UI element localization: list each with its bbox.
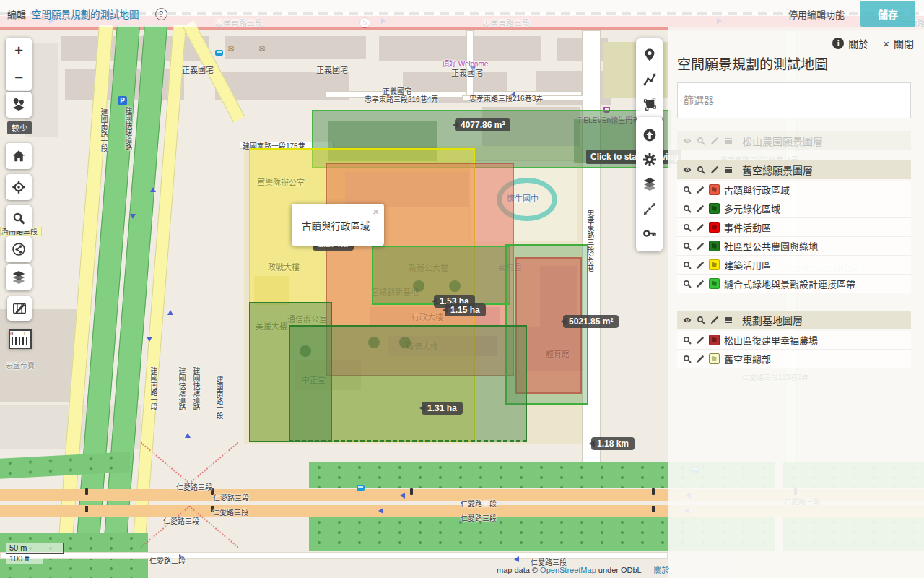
street-label: 建國快速道路 — [123, 107, 134, 150]
manage-layers-button[interactable] — [636, 172, 663, 197]
pencil-icon[interactable] — [696, 204, 705, 213]
zoom-in-button[interactable]: + — [6, 38, 32, 64]
building-label: 正義國宅 — [182, 64, 214, 75]
layer-row[interactable]: 縫合式綠地與景觀設計連接區帶 — [677, 275, 911, 293]
table-icon[interactable] — [724, 137, 733, 145]
layer-row[interactable]: 事件活動區 — [677, 218, 911, 237]
pencil-icon[interactable] — [710, 137, 719, 145]
feature-popup: 古蹟與行政區域 × — [292, 204, 384, 246]
eye-icon[interactable] — [683, 165, 692, 174]
street-label: 仁愛路三段 — [461, 512, 497, 523]
save-button[interactable]: 儲存 — [860, 1, 915, 27]
center-map-button[interactable] — [636, 197, 663, 221]
pencil-icon[interactable] — [696, 280, 705, 288]
street-label: 仁愛路三段 — [176, 481, 212, 492]
pencil-icon[interactable] — [710, 165, 719, 174]
layer-row[interactable]: 松山區復建里幸福農場 — [677, 331, 911, 350]
postbox-icon: ✉ — [228, 45, 234, 53]
map-settings-button[interactable] — [636, 147, 663, 172]
map-pencil-icon — [13, 302, 26, 315]
layer-group-songshan[interactable]: 松山農園願景圖層 — [677, 131, 911, 150]
close-link[interactable]: 關閉 — [894, 36, 914, 51]
attribution-prefix: map data © — [497, 566, 538, 574]
zoom-to-layer-icon[interactable] — [683, 280, 692, 288]
zoom-to-layer-icon[interactable] — [683, 355, 692, 363]
eye-icon[interactable] — [683, 316, 692, 324]
zoom-to-layer-icon[interactable] — [683, 223, 692, 232]
attribution-middle: under ODbL — — [598, 566, 652, 574]
draw-polyline-button[interactable] — [636, 67, 663, 92]
table-icon[interactable] — [724, 316, 733, 324]
popup-title: 古蹟與行政區域 — [302, 218, 370, 233]
layer-label: 松山區復建里幸福農場 — [724, 333, 818, 347]
table-icon[interactable] — [724, 165, 733, 174]
layers-button[interactable] — [6, 264, 32, 290]
street-label: 建國快速道路 — [191, 367, 201, 410]
layer-group-old-vision[interactable]: 舊空總願景圖層 — [677, 160, 911, 179]
building-label: 正義國宅 — [316, 64, 348, 75]
import-data-button[interactable] — [636, 123, 663, 147]
ruler-icon — [12, 337, 29, 345]
edit-osm-button[interactable] — [7, 296, 32, 321]
pencil-icon[interactable] — [710, 316, 719, 324]
layer-row[interactable]: 古蹟與行政區域 — [677, 181, 911, 199]
layer-label: 事件活動區 — [724, 220, 771, 234]
measure-button[interactable]: 0 1 — [9, 329, 32, 349]
map-title-link[interactable]: 空間願景規劃的測試地圖 — [32, 7, 139, 21]
zoom-to-layer-icon[interactable] — [683, 261, 692, 269]
osm-link[interactable]: OpenStreetMap — [540, 566, 596, 574]
zoom-to-layer-icon[interactable] — [697, 165, 705, 174]
home-button[interactable] — [6, 143, 32, 169]
layer-color-swatch — [709, 184, 720, 195]
search-button[interactable] — [6, 205, 32, 231]
search-icon — [12, 212, 25, 225]
eye-icon[interactable] — [683, 137, 692, 145]
home-icon — [12, 150, 25, 163]
popup-close-icon[interactable]: × — [372, 205, 379, 217]
layer-row[interactable]: 多元綠化區域 — [677, 199, 911, 218]
pencil-icon[interactable] — [696, 261, 705, 269]
about-link[interactable]: 關於 — [653, 566, 669, 574]
measure-badge: 1.15 ha — [445, 303, 486, 316]
help-icon[interactable]: ? — [155, 8, 167, 20]
close-icon[interactable]: × — [883, 38, 889, 50]
zoom-to-layer-icon[interactable] — [683, 204, 692, 213]
permissions-button[interactable] — [636, 221, 663, 246]
zoom-to-layer-icon[interactable] — [683, 336, 692, 345]
layer-row[interactable]: 建築活用區 — [677, 256, 911, 275]
route-arrow — [511, 556, 519, 562]
zoom-to-layer-icon[interactable] — [683, 242, 692, 251]
zoom-to-layer-icon[interactable] — [697, 316, 705, 324]
marker-icon — [643, 48, 656, 61]
street-label: 仁愛路三段 — [212, 506, 248, 517]
building-label: 宏盛帝寶 — [6, 360, 35, 371]
pencil-icon[interactable] — [696, 223, 705, 232]
layer-row[interactable]: 舊空軍總部 — [677, 350, 911, 368]
draw-polygon-button[interactable] — [636, 92, 663, 116]
pencil-icon[interactable] — [696, 186, 705, 194]
filter-input[interactable] — [677, 82, 911, 118]
map-building — [379, 36, 541, 61]
route-arrow — [147, 337, 152, 345]
zoom-to-layer-icon[interactable] — [683, 186, 692, 194]
locate-button[interactable] — [6, 174, 32, 200]
layer-row[interactable]: 社區型公共農園與綠地 — [677, 237, 911, 256]
draw-marker-button[interactable] — [636, 43, 663, 67]
measure-badge: 4077.86 m² — [455, 118, 510, 131]
layer-color-swatch — [709, 335, 720, 345]
layer-group-base[interactable]: 規劃基地圖層 — [677, 311, 911, 329]
zoom-out-button[interactable]: − — [6, 64, 32, 91]
zoom-to-layer-icon[interactable] — [697, 137, 705, 145]
datalayers-browser-button[interactable] — [6, 92, 32, 118]
disable-editing-button[interactable]: 停用編輯功能 — [788, 7, 845, 21]
pencil-icon[interactable] — [696, 355, 705, 363]
info-icon: i — [832, 38, 844, 49]
pencil-icon[interactable] — [696, 242, 705, 251]
about-link[interactable]: 關於 — [848, 36, 868, 51]
pencil-icon[interactable] — [696, 336, 705, 345]
share-button[interactable] — [6, 236, 32, 262]
top-bar: 編輯 空間願景規劃的測試地圖 ? 停用編輯功能 儲存 — [0, 0, 924, 27]
show-less-button[interactable]: 較少 — [7, 121, 32, 134]
street-label: 忠孝東路三段216巷4弄 — [365, 93, 438, 104]
layer-group-label: 舊空總願景圖層 — [742, 163, 813, 177]
